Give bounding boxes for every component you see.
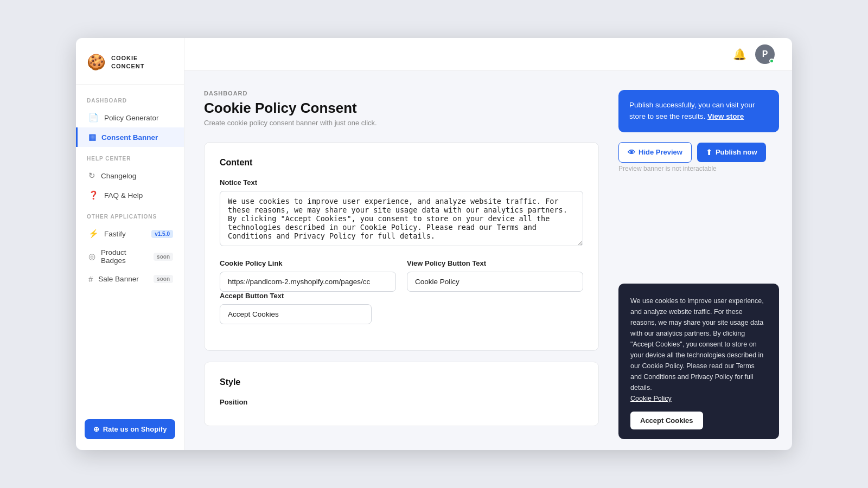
sidebar-item-faq[interactable]: ❓ FAQ & Help (76, 185, 184, 205)
hide-preview-button[interactable]: 👁 Hide Preview (618, 142, 692, 163)
breadcrumb: DASHBOARD (204, 90, 599, 97)
notice-text-group: Notice Text (220, 178, 583, 248)
sidebar-item-fastify[interactable]: ⚡ Fastify v1.5.0 (76, 224, 184, 243)
cookie-preview-popup: We use cookies to improve user experienc… (618, 284, 779, 439)
sidebar-item-label: Product Badges (101, 248, 148, 265)
hide-icon: 👁 (628, 148, 635, 157)
sidebar-item-label: Policy Generator (104, 114, 159, 122)
product-badges-badge: soon (154, 253, 173, 261)
fastify-icon: ⚡ (88, 229, 99, 239)
cookie-policy-link-group: Cookie Policy Link (220, 259, 396, 292)
publish-now-button[interactable]: ⬆ Publish now (697, 143, 766, 162)
cookie-popup-text: We use cookies to improve user experienc… (630, 296, 767, 393)
sidebar-item-policy-generator[interactable]: 📄 Policy Generator (76, 108, 184, 127)
policy-row: Cookie Policy Link View Policy Button Te… (220, 259, 583, 292)
view-policy-label: View Policy Button Text (407, 259, 583, 267)
sidebar-item-changelog[interactable]: ↻ Changelog (76, 166, 184, 185)
rate-shopify-button[interactable]: ⊕ Rate us on Shopify (85, 419, 175, 439)
preview-note: Preview banner is not interactable (618, 165, 779, 172)
accept-button-label: Accept Button Text (220, 292, 372, 300)
right-panel: Publish successfully, you can visit your… (618, 70, 792, 450)
view-policy-group: View Policy Button Text (407, 259, 583, 292)
publish-icon: ⬆ (706, 148, 712, 157)
banner-icon: ▦ (88, 132, 96, 142)
faq-icon: ❓ (88, 190, 99, 200)
sidebar-item-label: Fastify (104, 230, 126, 238)
accept-button-group: Accept Button Text (220, 292, 372, 324)
notification-bell-icon[interactable]: 🔔 (733, 48, 746, 61)
rate-icon: ⊕ (93, 425, 99, 433)
sidebar-item-label: Consent Banner (101, 133, 158, 142)
sidebar-item-product-badges[interactable]: ◎ Product Badges soon (76, 243, 184, 269)
preview-actions: 👁 Hide Preview ⬆ Publish now (618, 142, 779, 163)
page-subtitle: Create cookie policy consent banner with… (204, 119, 599, 127)
main-content: DASHBOARD Cookie Policy Consent Create c… (184, 70, 618, 450)
cookie-policy-link-input[interactable] (220, 272, 396, 292)
sale-banner-icon: # (88, 274, 93, 284)
style-card-title: Style (220, 377, 583, 387)
avatar[interactable]: P (755, 44, 775, 64)
logo: 🍪 COOKIE CONCENT (76, 38, 184, 85)
main-area: 🔔 P DASHBOARD Cookie Policy Consent Crea… (184, 38, 792, 450)
notice-text-label: Notice Text (220, 178, 583, 187)
sidebar: 🍪 COOKIE CONCENT DASHBOARD 📄 Policy Gene… (76, 38, 184, 450)
sidebar-item-consent-banner[interactable]: ▦ Consent Banner (76, 127, 184, 147)
cookie-popup-link[interactable]: Cookie Policy (630, 395, 672, 402)
position-label: Position (220, 398, 583, 406)
notice-text-input[interactable] (220, 191, 583, 246)
avatar-letter: P (762, 49, 768, 59)
view-store-link[interactable]: View store (707, 112, 744, 120)
page-title: Cookie Policy Consent (204, 100, 599, 117)
avatar-online-dot (769, 59, 774, 63)
cookie-policy-link-label: Cookie Policy Link (220, 259, 396, 267)
logo-text: COOKIE CONCENT (111, 54, 173, 70)
style-card: Style Position (204, 362, 599, 426)
topbar: 🔔 P (184, 38, 792, 70)
accept-button-input[interactable] (220, 304, 372, 324)
content-area: DASHBOARD Cookie Policy Consent Create c… (184, 70, 792, 450)
content-card-title: Content (220, 158, 583, 168)
sidebar-item-label: Sale Banner (98, 275, 138, 283)
document-icon: 📄 (88, 113, 99, 123)
preview-actions-container: 👁 Hide Preview ⬆ Publish now Preview ban… (618, 142, 779, 172)
publish-success-banner: Publish successfully, you can visit your… (618, 90, 779, 132)
dashboard-section-label: DASHBOARD (76, 98, 184, 108)
sidebar-item-label: Changelog (101, 172, 136, 180)
changelog-icon: ↻ (88, 171, 95, 181)
hide-preview-label: Hide Preview (639, 148, 682, 156)
help-section-label: HELP CENTER (76, 156, 184, 166)
rate-label: Rate us on Shopify (103, 425, 167, 433)
product-badges-icon: ◎ (88, 252, 95, 261)
sidebar-item-label: FAQ & Help (104, 191, 143, 200)
view-policy-input[interactable] (407, 272, 583, 292)
content-card: Content Notice Text Cookie Policy Link V… (204, 142, 599, 351)
fastify-badge: v1.5.0 (151, 230, 173, 238)
sidebar-bottom: ⊕ Rate us on Shopify (76, 419, 184, 439)
logo-icon: 🍪 (87, 53, 106, 71)
publish-now-label: Publish now (716, 148, 757, 156)
sale-banner-badge: soon (154, 275, 173, 283)
other-section-label: OTHER APPLICATIONS (76, 214, 184, 224)
sidebar-item-sale-banner[interactable]: # Sale Banner soon (76, 269, 184, 288)
cookie-popup-accept-button[interactable]: Accept Cookies (630, 412, 703, 429)
